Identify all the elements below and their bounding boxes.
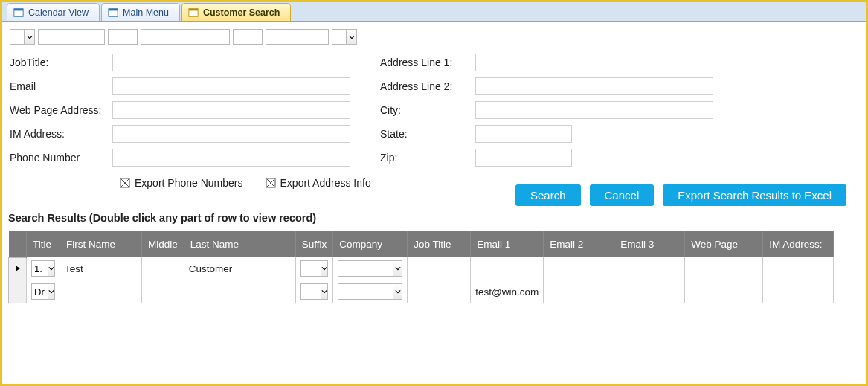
- col-email1[interactable]: Email 1: [471, 231, 544, 257]
- city-input[interactable]: [475, 101, 713, 119]
- chevron-down-icon[interactable]: [346, 30, 356, 44]
- suffix-cell[interactable]: [295, 280, 333, 303]
- top-combo-1[interactable]: [10, 29, 35, 45]
- last-name-cell[interactable]: Customer: [184, 257, 295, 280]
- email2-cell[interactable]: [544, 257, 614, 280]
- email3-cell[interactable]: [614, 257, 685, 280]
- title-cell[interactable]: [27, 257, 60, 280]
- col-web[interactable]: Web Page: [685, 231, 763, 257]
- first-name-cell[interactable]: Test: [60, 257, 142, 280]
- top-text-3[interactable]: [141, 29, 230, 45]
- checkbox-icon: [266, 178, 276, 188]
- web-cell[interactable]: [685, 280, 763, 303]
- middle-cell[interactable]: [142, 257, 184, 280]
- search-button[interactable]: Search: [515, 184, 581, 206]
- top-text-4[interactable]: [233, 29, 263, 45]
- top-combo-2[interactable]: [332, 29, 357, 45]
- suffix-cell-input[interactable]: [301, 284, 321, 299]
- company-cell-input[interactable]: [338, 261, 393, 276]
- table-row[interactable]: TestCustomer: [9, 257, 834, 280]
- last-name-cell[interactable]: [184, 280, 295, 303]
- title-cell-combo[interactable]: [31, 283, 55, 300]
- im-address-label: IM Address:: [10, 128, 106, 140]
- title-cell[interactable]: [27, 280, 60, 303]
- im-cell[interactable]: [763, 280, 834, 303]
- col-email3[interactable]: Email 3: [614, 231, 685, 257]
- col-jobtitle[interactable]: Job Title: [408, 231, 471, 257]
- suffix-cell-combo[interactable]: [300, 283, 329, 300]
- table-row[interactable]: test@win.com: [9, 280, 834, 303]
- export-phone-checkbox[interactable]: Export Phone Numbers: [120, 177, 243, 189]
- row-selector[interactable]: [9, 280, 27, 303]
- company-cell-combo[interactable]: [338, 283, 402, 300]
- email2-cell[interactable]: [544, 280, 614, 303]
- top-text-1[interactable]: [38, 29, 105, 45]
- suffix-cell-input[interactable]: [301, 261, 321, 276]
- tab-customer-search[interactable]: Customer Search: [181, 3, 292, 21]
- form-body: JobTitle: Email Web Page Address: IM Add…: [2, 22, 866, 204]
- top-combo-2-input[interactable]: [332, 30, 346, 44]
- suffix-cell-combo[interactable]: [300, 260, 329, 277]
- row-selector[interactable]: [9, 257, 27, 280]
- col-im[interactable]: IM Address:: [763, 231, 834, 257]
- web-cell[interactable]: [685, 257, 763, 280]
- top-text-5[interactable]: [266, 29, 329, 45]
- addr1-label: Address Line 1:: [380, 57, 469, 68]
- col-email2[interactable]: Email 2: [544, 231, 614, 257]
- company-cell-combo[interactable]: [338, 260, 402, 277]
- company-cell-input[interactable]: [338, 284, 393, 299]
- email1-cell[interactable]: [471, 257, 544, 280]
- top-text-2[interactable]: [108, 29, 138, 45]
- checkbox-icon: [120, 178, 130, 188]
- jobtitle-cell[interactable]: [408, 257, 471, 280]
- jobtitle-cell[interactable]: [408, 280, 471, 303]
- chevron-down-icon[interactable]: [321, 261, 328, 276]
- im-address-input[interactable]: [112, 125, 350, 143]
- zip-input[interactable]: [475, 149, 572, 167]
- addr1-input[interactable]: [475, 54, 713, 71]
- company-cell[interactable]: [333, 280, 408, 303]
- cancel-button[interactable]: Cancel: [590, 184, 655, 206]
- first-name-cell[interactable]: [60, 280, 142, 303]
- web-page-label: Web Page Address:: [10, 104, 106, 116]
- export-excel-button[interactable]: Export Search Results to Excel: [663, 184, 846, 206]
- col-first[interactable]: First Name: [60, 231, 142, 257]
- company-cell[interactable]: [333, 257, 408, 280]
- email1-cell[interactable]: test@win.com: [471, 280, 544, 303]
- im-cell[interactable]: [763, 257, 834, 280]
- addr2-input[interactable]: [475, 77, 713, 95]
- col-suffix[interactable]: Suffix: [295, 231, 333, 257]
- email3-cell[interactable]: [614, 280, 685, 303]
- chevron-down-icon[interactable]: [48, 284, 54, 299]
- middle-cell[interactable]: [142, 280, 184, 303]
- tab-strip: Calendar View Main Menu Customer Search: [2, 2, 866, 22]
- chevron-down-icon[interactable]: [48, 261, 54, 276]
- top-combo-1-input[interactable]: [10, 30, 24, 44]
- web-page-input[interactable]: [112, 101, 350, 119]
- chevron-down-icon[interactable]: [321, 284, 328, 299]
- form-icon: [13, 7, 24, 18]
- col-middle[interactable]: Middle: [142, 231, 184, 257]
- chevron-down-icon[interactable]: [24, 30, 34, 44]
- job-title-input[interactable]: [112, 54, 350, 71]
- state-input[interactable]: [475, 125, 572, 143]
- chevron-down-icon[interactable]: [393, 261, 402, 276]
- state-label: State:: [380, 128, 469, 140]
- col-title[interactable]: Title: [27, 231, 60, 257]
- title-cell-combo[interactable]: [31, 260, 55, 277]
- chevron-down-icon[interactable]: [393, 284, 402, 299]
- col-last[interactable]: Last Name: [184, 231, 295, 257]
- phone-input[interactable]: [112, 149, 350, 167]
- top-input-row: [10, 29, 858, 45]
- col-company[interactable]: Company: [333, 231, 408, 257]
- suffix-cell[interactable]: [295, 257, 333, 280]
- tab-calendar-view[interactable]: Calendar View: [7, 3, 100, 21]
- tab-label: Main Menu: [123, 7, 169, 18]
- title-cell-input[interactable]: [32, 284, 48, 299]
- email-input[interactable]: [112, 77, 350, 95]
- export-address-checkbox[interactable]: Export Address Info: [266, 177, 371, 189]
- form-icon: [108, 7, 118, 18]
- title-cell-input[interactable]: [32, 261, 48, 276]
- results-table: Title First Name Middle Last Name Suffix…: [8, 231, 834, 303]
- tab-main-menu[interactable]: Main Menu: [101, 3, 180, 21]
